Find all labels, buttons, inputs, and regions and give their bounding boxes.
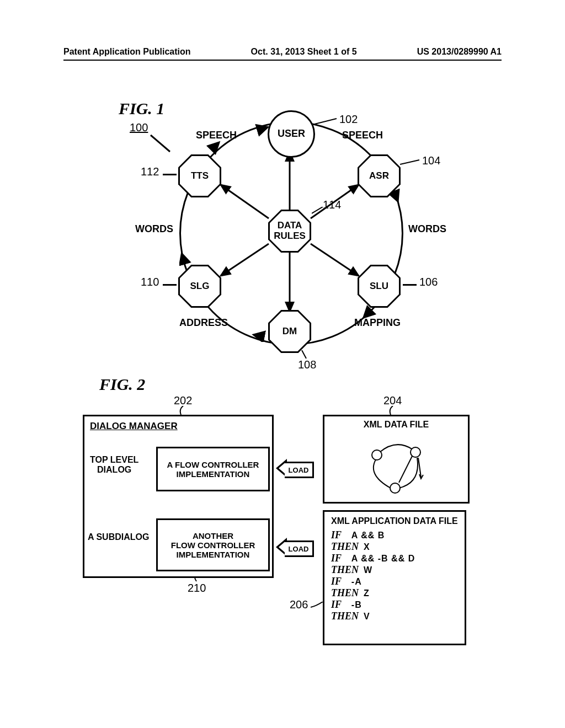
svg-line-0 [151,135,170,152]
fig2-title: FIG. 2 [99,375,145,394]
svg-line-11 [399,455,413,483]
svg-line-12 [418,458,421,477]
fig1-user-node: USER [268,110,315,158]
page-header: Patent Application Publication Oct. 31, … [0,47,565,57]
fig1-ref-tick [148,132,175,154]
edge-slg-tts: WORDS [135,223,173,235]
figure-1: FIG. 1 100 DATA RULES 114 [116,99,447,353]
rule-row: IF A && B [331,529,458,541]
rule-row: THEN Z [331,587,458,599]
header-left: Patent Application Publication [63,47,191,57]
slg-ref-tick [163,284,177,286]
rule-row: IF A && -B && D [331,553,458,564]
page: Patent Application Publication Oct. 31, … [0,0,565,728]
header-divider [63,60,502,61]
xml-app-data-file-box: XML APPLICATION DATA FILE IF A && B THEN… [323,510,466,645]
xml-data-file-box: XML DATA FILE [323,415,470,504]
header-center: Oct. 31, 2013 Sheet 1 of 5 [251,47,357,57]
ref-204: 204 [383,394,402,407]
header-right: US 2013/0289990 A1 [417,47,502,57]
rule-row: THEN X [331,541,458,553]
svg-line-10 [302,350,306,358]
rule-row: THEN W [331,564,458,576]
svg-point-14 [411,447,420,457]
load-arrow-2: LOAD [276,538,315,556]
dm-flow-controller-2: ANOTHER FLOW CONTROLLER IMPLEMENTATION [156,518,270,571]
edge-slu-dm: MAPPING [354,317,401,329]
rule-row: IF -A [331,576,458,587]
edge-dm-slg: ADDRESS [179,317,228,329]
xml-app-title: XML APPLICATION DATA FILE [331,516,458,526]
edge-tts-user: SPEECH [196,130,237,141]
svg-point-15 [390,483,400,493]
xml-data-title: XML DATA FILE [324,420,468,430]
dm-flow-controller-1: A FLOW CONTROLLER IMPLEMENTATION [156,447,270,491]
dialog-manager-box: DIALOG MANAGER TOP LEVEL DIALOG A FLOW C… [83,415,274,578]
fig1-slu-ref: 106 [419,276,438,288]
user-ref-tick [315,117,339,126]
dm-title: DIALOG MANAGER [90,421,178,432]
edge-asr-slu: WORDS [408,223,446,235]
fig1-title: FIG. 1 [119,99,164,118]
fig1-system-ref: 100 [130,121,148,134]
slu-ref-tick [403,284,417,286]
asr-ref-tick [400,159,422,165]
edge-user-asr: SPEECH [342,130,383,141]
ref-210: 210 [188,582,206,595]
xml-data-graph-icon [369,436,435,496]
rule-row: THEN V [331,611,458,622]
fig1-user-ref: 102 [339,113,358,126]
ref-206: 206 [290,598,308,611]
svg-line-8 [315,119,337,124]
figure-2: FIG. 2 202 204 208 210 206 DIALOG MANAGE… [83,375,486,662]
load-arrow-1: LOAD [276,459,315,478]
rule-row: IF -B [331,599,458,611]
dm-ref-tick [301,350,309,361]
dm-subdialog-label: A SUBDIALOG [88,532,149,542]
tts-ref-tick [163,174,177,175]
dm-top-level-label: TOP LEVEL DIALOG [90,455,138,475]
ref-202: 202 [174,394,192,407]
svg-point-13 [372,450,382,460]
fig1-asr-ref: 104 [422,154,440,167]
svg-line-9 [400,160,419,164]
fig1-slg-ref: 110 [141,276,159,288]
fig1-tts-ref: 112 [141,165,159,178]
